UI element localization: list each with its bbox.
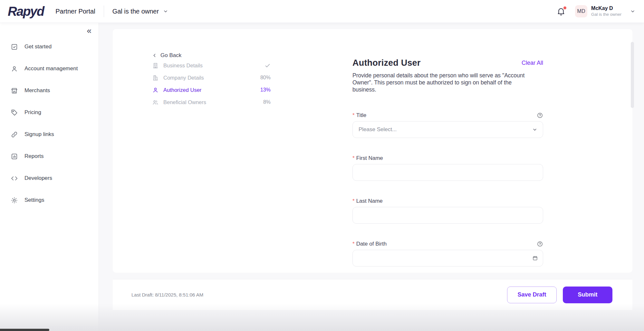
user-meta: McKay D Gal is the owner [591, 5, 621, 17]
required-asterisk: * [352, 112, 355, 119]
link-icon [11, 131, 18, 138]
sidebar-item-reports[interactable]: Reports [0, 147, 99, 165]
tag-icon [11, 109, 18, 116]
chevron-down-icon [630, 8, 636, 14]
code-icon [11, 175, 18, 182]
user-menu[interactable]: MD McKay D Gal is the owner [575, 5, 636, 17]
field-label-text: Date of Birth [356, 241, 387, 247]
sidebar-item-settings[interactable]: Settings [0, 191, 99, 209]
top-header: Rapyd Partner Portal Gal is the owner MD… [0, 0, 644, 23]
sidebar-item-merchants[interactable]: Merchants [0, 82, 99, 100]
help-icon[interactable] [537, 241, 543, 247]
required-asterisk: * [352, 155, 355, 161]
last-name-input[interactable] [352, 207, 543, 224]
form-description: Provide personal details about the perso… [352, 72, 537, 93]
step-label: Company Details [163, 75, 256, 81]
chevron-down-icon [163, 8, 168, 14]
first-name-input[interactable] [352, 164, 543, 181]
sidebar-item-signup-links[interactable]: Signup links [0, 125, 99, 143]
field-last-name-label-row: * Last Name [352, 198, 543, 204]
field-date-of-birth: * Date of Birth [352, 240, 543, 267]
store-icon [11, 87, 18, 94]
submit-button[interactable]: Submit [563, 287, 612, 303]
notifications-button[interactable] [557, 7, 565, 16]
step-progress: 80% [260, 75, 271, 81]
bar-chart-icon [11, 153, 18, 160]
footer-action-bar: Last Draft: 8/11/2025, 8:51:06 AM Save D… [113, 279, 632, 310]
office-building-icon [152, 74, 159, 81]
building-icon [152, 62, 159, 69]
sidebar-collapse-button[interactable]: « [87, 26, 91, 35]
user-name: McKay D [591, 5, 613, 12]
field-first-name-label-row: * First Name [352, 155, 543, 161]
date-of-birth-input[interactable] [352, 250, 543, 267]
avatar: MD [575, 5, 587, 17]
sidebar-item-label: Settings [24, 197, 44, 203]
sidebar-item-label: Account management [24, 65, 78, 72]
checkbox-icon [11, 43, 18, 51]
form-title: Authorized User [352, 57, 421, 68]
app-root: Rapyd Partner Portal Gal is the owner MD… [0, 0, 644, 331]
required-asterisk: * [352, 198, 355, 204]
stepper-step-business-details[interactable]: Business Details [152, 59, 271, 72]
portal-title: Partner Portal [55, 8, 95, 15]
title-select-placeholder: Please Select... [359, 126, 397, 133]
sidebar-item-label: Signup links [24, 131, 54, 138]
notification-dot [563, 6, 566, 9]
user-subtitle: Gal is the owner [591, 12, 621, 17]
dob-input-wrap [352, 250, 543, 267]
field-title: * Title Please Select... [352, 112, 543, 138]
footer-buttons: Save Draft Submit [507, 287, 612, 303]
sidebar: « Get started Account management Merchan… [0, 23, 99, 331]
step-progress: 8% [263, 99, 271, 105]
horizontal-scrollbar-thumb[interactable] [0, 329, 49, 331]
vertical-scrollbar-thumb[interactable] [631, 42, 634, 108]
org-selector-label: Gal is the owner [112, 8, 159, 15]
step-label: Business Details [163, 63, 260, 69]
title-select[interactable]: Please Select... [352, 121, 543, 138]
header-right: MD McKay D Gal is the owner [557, 5, 644, 17]
sidebar-item-label: Reports [24, 153, 44, 160]
person-icon [152, 87, 159, 93]
last-draft-text: Last Draft: 8/11/2025, 8:51:06 AM [131, 292, 203, 297]
field-last-name-label: * Last Name [352, 198, 383, 204]
step-progress: 13% [260, 87, 271, 93]
sidebar-item-get-started[interactable]: Get started [0, 38, 99, 56]
sidebar-item-account-management[interactable]: Account management [0, 60, 99, 78]
stepper-step-company-details[interactable]: Company Details 80% [152, 72, 271, 84]
field-label-text: First Name [356, 155, 383, 161]
sidebar-item-label: Developers [24, 175, 52, 181]
header-divider [104, 5, 104, 17]
sidebar-item-label: Pricing [24, 109, 41, 116]
sidebar-item-developers[interactable]: Developers [0, 169, 99, 187]
rapyd-logo[interactable]: Rapyd [8, 4, 44, 19]
go-back-label: Go Back [160, 52, 181, 59]
go-back-button[interactable]: Go Back [152, 52, 181, 59]
field-dob-label-row: * Date of Birth [352, 240, 543, 247]
content-card: Go Back Business Details Company Deta [113, 29, 632, 273]
field-first-name-label: * First Name [352, 155, 383, 161]
chevron-left-icon [152, 53, 157, 58]
authorized-user-form: Authorized User Clear All Provide person… [352, 29, 543, 267]
clear-all-button[interactable]: Clear All [522, 60, 543, 66]
field-title-label-row: * Title [352, 112, 543, 119]
field-first-name: * First Name [352, 155, 543, 181]
calendar-icon[interactable] [532, 255, 538, 261]
stepper-step-beneficial-owners[interactable]: Beneficial Owners 8% [152, 96, 271, 108]
save-draft-button[interactable]: Save Draft [507, 287, 557, 303]
org-selector[interactable]: Gal is the owner [112, 8, 169, 15]
help-icon[interactable] [537, 112, 543, 119]
gear-icon [11, 197, 18, 204]
step-label: Authorized User [163, 87, 256, 93]
step-label: Beneficial Owners [163, 99, 259, 105]
chevron-down-icon [532, 127, 538, 132]
field-label-text: Title [356, 112, 367, 119]
form-header: Authorized User Clear All [352, 57, 543, 68]
field-last-name: * Last Name [352, 198, 543, 224]
field-dob-label: * Date of Birth [352, 241, 387, 247]
sidebar-item-label: Get started [24, 44, 52, 50]
stepper-step-authorized-user[interactable]: Authorized User 13% [152, 84, 271, 96]
sidebar-item-pricing[interactable]: Pricing [0, 103, 99, 122]
stepper: Go Back Business Details Company Deta [152, 52, 271, 108]
field-label-text: Last Name [356, 198, 383, 204]
